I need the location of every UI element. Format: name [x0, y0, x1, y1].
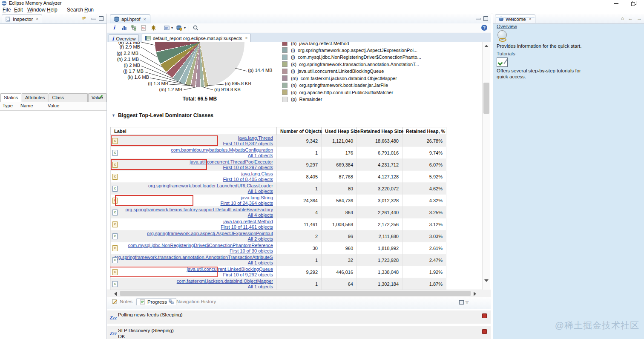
query-browser-icon[interactable] [163, 25, 170, 31]
stop-job-button[interactable] [482, 329, 487, 334]
objects-link[interactable]: All 1 objects [114, 260, 273, 266]
view-menu-icon[interactable]: ▽ [466, 300, 469, 305]
section-heading[interactable]: ▼Biggest Top-Level Dominator Classes [112, 112, 213, 118]
class-link[interactable]: java.util.concurrent.LinkedBlockingQueue [114, 267, 273, 272]
tab-default-report[interactable]: default_report org.eclipse.mat.api:suspe… [142, 34, 251, 42]
help-icon[interactable]: ? [481, 25, 487, 31]
close-icon[interactable]: × [245, 36, 247, 40]
objects-link[interactable]: All 2 objects [114, 236, 273, 242]
objects-link[interactable]: All 1 objects [114, 153, 273, 158]
objects-link[interactable]: First 10 of 9,292 objects [114, 272, 273, 278]
scrollbar-thumb[interactable] [120, 291, 471, 296]
objects-link[interactable]: First 10 of 9,297 objects [114, 165, 273, 170]
inspector-subtab[interactable]: Statics [0, 93, 21, 102]
overview-link[interactable]: Overview [497, 24, 517, 29]
dominator-tree-icon[interactable] [130, 25, 137, 31]
inspector-column-header[interactable]: Type [3, 103, 13, 108]
menu-item[interactable]: Edit [14, 7, 23, 13]
maximize-icon[interactable] [483, 16, 488, 20]
collapse-triangle-icon[interactable]: ▼ [112, 113, 115, 118]
class-link[interactable]: java.lang.Thread [114, 135, 273, 141]
chevron-down-icon[interactable]: ▾ [171, 26, 173, 30]
scroll-right-icon[interactable] [474, 292, 476, 296]
close-icon[interactable]: × [144, 17, 146, 22]
pin-icon[interactable] [98, 95, 103, 100]
table-row[interactable]: c org.springframework.beans.factory.supp… [111, 207, 446, 218]
vertical-scrollbar[interactable] [482, 42, 490, 290]
settings-gear-icon[interactable] [150, 25, 157, 31]
class-link[interactable]: com.mysql.jdbc.NonRegisteringDriver$Conn… [114, 243, 273, 248]
scrollbar-thumb[interactable] [483, 83, 489, 114]
minimize-icon[interactable] [473, 300, 478, 305]
inspector-subtab[interactable]: Attributes [22, 93, 48, 102]
tutorials-icon[interactable] [497, 57, 508, 67]
scroll-up-icon[interactable] [484, 45, 489, 47]
class-link[interactable]: java.lang.String [114, 195, 273, 201]
editor-tab-api-hprof[interactable]: api.hprof × [110, 14, 150, 23]
table-row[interactable]: c com.baomidou.mybatisplus.MybatisConfig… [111, 147, 446, 159]
table-row[interactable]: c java.util.concurrent.LinkedBlockingQue… [111, 266, 446, 278]
minimize-icon[interactable] [475, 16, 480, 20]
inspector-column-header[interactable]: Name [20, 103, 33, 108]
horizontal-scrollbar[interactable] [107, 290, 482, 297]
objects-link[interactable]: All 1 objects [114, 189, 273, 194]
home-icon[interactable]: ⌂ [621, 15, 624, 21]
col-retained-pct[interactable]: Retained Heap, % [402, 127, 446, 135]
overview-ball-icon[interactable] [497, 30, 507, 42]
table-row[interactable]: c com.mysql.jdbc.NonRegisteringDriver$Co… [111, 242, 446, 254]
inspector-column-header[interactable]: Value [48, 103, 59, 108]
col-retained[interactable]: Retained Heap Size [357, 127, 402, 135]
histogram-icon[interactable] [121, 25, 127, 31]
maximize-icon[interactable] [98, 16, 104, 20]
class-link[interactable]: java.util.concurrent.ThreadPoolExecutor [114, 159, 273, 165]
sync-selection-icon[interactable]: ⇄ [82, 16, 89, 21]
menu-item[interactable]: Search [67, 7, 83, 13]
menu-item[interactable]: File [3, 7, 11, 13]
table-row[interactable]: c com.fasterxml.jackson.databind.ObjectM… [111, 278, 446, 290]
class-link[interactable]: com.baomidou.mybatisplus.MybatisConfigur… [114, 147, 273, 153]
table-row[interactable]: c org.springframework.aop.aspectj.Aspect… [111, 230, 446, 242]
table-row[interactable]: c org.springframework.boot.loader.Launch… [111, 183, 446, 195]
minimize-icon[interactable] [91, 16, 96, 20]
class-link[interactable]: java.lang.Class [114, 171, 273, 177]
table-row[interactable]: c java.lang.Class First 10 of 8,405 obje… [111, 171, 446, 183]
table-row[interactable]: c java.lang.String First 10 of 24,364 ob… [111, 195, 446, 207]
window-minimize-button[interactable] [613, 1, 620, 6]
chevron-down-icon[interactable]: ▾ [184, 26, 186, 30]
menu-item[interactable]: Window [27, 7, 46, 13]
tutorials-link[interactable]: Tutorials [497, 51, 515, 56]
tab-inspector[interactable]: Inspector × [2, 14, 42, 23]
menu-item[interactable]: Help [47, 7, 58, 13]
stop-job-button[interactable] [482, 313, 487, 318]
forward-icon[interactable]: → [637, 15, 642, 21]
info-icon[interactable]: i [111, 25, 118, 31]
table-row[interactable]: c java.lang.Thread First 10 of 9,342 obj… [111, 135, 446, 147]
tab-welcome[interactable]: Welcome × [495, 14, 535, 23]
col-objects[interactable]: Number of Objects [277, 127, 322, 135]
col-label[interactable]: Label [111, 127, 277, 135]
tab-navigation-history[interactable]: Navigation History [169, 299, 216, 304]
oql-icon[interactable]: QL [140, 25, 147, 31]
inspector-subtab[interactable]: Value [88, 93, 106, 102]
tab-notes[interactable]: Notes [112, 299, 132, 304]
class-link[interactable]: java.lang.reflect.Method [114, 219, 273, 224]
heap-actions-icon[interactable] [176, 25, 183, 31]
objects-link[interactable]: All 1 objects [114, 284, 273, 290]
table-row[interactable]: c org.springframework.transaction.annota… [111, 254, 446, 266]
objects-link[interactable]: First 10 of 24,364 objects [114, 201, 273, 206]
col-used[interactable]: Used Heap Size [322, 127, 357, 135]
window-restore-button[interactable] [630, 1, 637, 6]
objects-link[interactable]: First 10 of 9,342 objects [114, 141, 273, 147]
scroll-down-icon[interactable] [484, 279, 489, 282]
search-icon[interactable] [192, 25, 199, 31]
close-icon[interactable]: × [36, 17, 38, 21]
menu-item[interactable]: Run [84, 7, 94, 13]
class-link[interactable]: org.springframework.beans.factory.suppor… [114, 207, 273, 213]
class-link[interactable]: com.fasterxml.jackson.databind.ObjectMap… [114, 279, 273, 284]
scroll-left-icon[interactable] [114, 292, 117, 296]
class-link[interactable]: org.springframework.boot.loader.Launched… [114, 183, 273, 189]
objects-link[interactable]: First 10 of 30 objects [114, 248, 273, 254]
class-link[interactable]: org.springframework.aop.aspectj.AspectJE… [114, 231, 273, 236]
table-row[interactable]: c java.lang.reflect.Method First 10 of 1… [111, 218, 446, 230]
objects-link[interactable]: First 10 of 8,405 objects [114, 177, 273, 182]
